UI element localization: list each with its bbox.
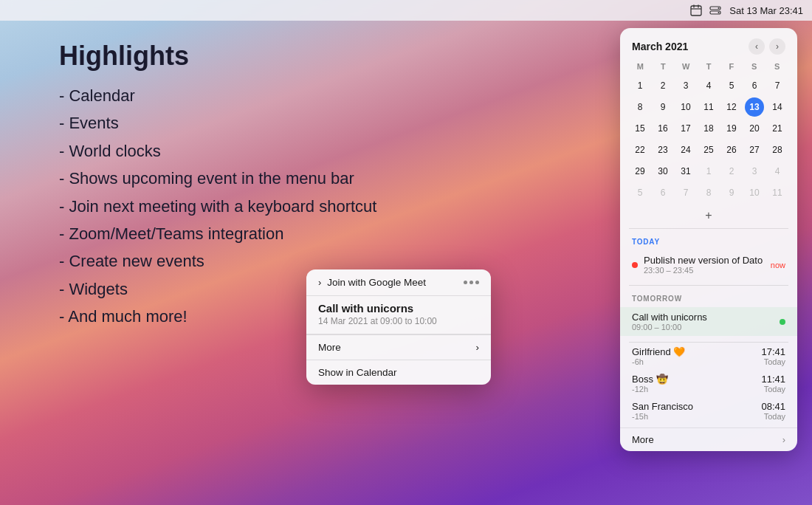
cal-day[interactable]: 28	[768, 140, 787, 159]
cal-day[interactable]: 17	[676, 119, 695, 138]
event-dot	[632, 262, 638, 268]
meet-dot	[469, 281, 473, 284]
cal-day[interactable]: 14	[768, 97, 787, 117]
context-event-info: Call with unicorns 14 Mar 2021 at 09:00 …	[306, 296, 491, 334]
today-label: TODAY	[620, 235, 797, 250]
meet-dots	[464, 281, 479, 284]
context-more-label: More	[318, 342, 341, 353]
cal-day[interactable]: 16	[653, 119, 672, 138]
svg-point-7	[718, 12, 720, 13]
clock-name: Girlfriend 🧡 -6h	[632, 346, 685, 366]
clock-time-right: 11:41 Today	[761, 374, 785, 394]
storage-icon[interactable]	[709, 4, 722, 17]
cal-day[interactable]: 19	[722, 119, 741, 138]
cal-day[interactable]: 5	[722, 76, 741, 95]
cal-day[interactable]: 11	[699, 97, 718, 117]
clock-item-sanfrancisco: San Francisco -15h 08:41 Today	[620, 397, 797, 425]
cal-day[interactable]: 3	[676, 76, 695, 95]
calendar-header: March 2021 ‹ ›	[620, 28, 797, 61]
add-event-button[interactable]: +	[620, 206, 797, 228]
cal-day[interactable]: 12	[722, 97, 741, 117]
cal-day-other[interactable]: 4	[768, 162, 787, 181]
cal-day[interactable]: 8	[630, 97, 650, 117]
clock-name: San Francisco -15h	[632, 401, 693, 421]
cal-day[interactable]: 15	[630, 119, 650, 138]
join-meet-button[interactable]: › Join with Google Meet	[306, 269, 491, 296]
more-button[interactable]: More ›	[620, 427, 797, 451]
show-cal-label: Show in Calendar	[318, 367, 397, 378]
cal-day-today[interactable]: 13	[745, 97, 764, 117]
clock-item-boss: Boss 🤠 -12h 11:41 Today	[620, 370, 797, 397]
tomorrow-label: TOMORROW	[620, 292, 797, 307]
meet-dot	[464, 281, 467, 284]
cal-day[interactable]: 18	[699, 119, 718, 138]
more-label: More	[632, 434, 654, 445]
menubar-time: Sat 13 Mar 23:41	[729, 5, 803, 16]
context-event-title: Call with unicorns	[318, 302, 479, 315]
join-meet-label: Join with Google Meet	[327, 277, 426, 288]
cal-day-other[interactable]: 11	[768, 183, 787, 202]
cal-day[interactable]: 1	[630, 76, 650, 95]
cal-day[interactable]: 2	[653, 76, 672, 95]
cal-day[interactable]: 4	[699, 76, 718, 95]
cal-day[interactable]: 9	[653, 97, 672, 117]
event-now-badge: now	[771, 261, 785, 269]
calendar-next-button[interactable]: ›	[769, 38, 785, 55]
clock-time-right: 08:41 Today	[761, 401, 785, 421]
highlights-title: Highlights	[59, 41, 376, 72]
highlight-item: - Events	[59, 109, 376, 137]
context-menu: › Join with Google Meet Call with unicor…	[306, 269, 491, 385]
calendar-prev-button[interactable]: ‹	[749, 38, 765, 55]
tomorrow-section: TOMORROW Call with unicorns 09:00 – 10:0…	[620, 286, 797, 342]
cal-day[interactable]: 27	[745, 140, 764, 159]
clock-name: Boss 🤠 -12h	[632, 374, 668, 394]
highlight-item: - World clocks	[59, 137, 376, 165]
context-more-chevron-icon: ›	[476, 342, 480, 353]
highlight-item: - Zoom/Meet/Teams integration	[59, 220, 376, 247]
calendar-grid: M T W T F S S 1 2 3 4 5 6 7 8 9 10 11 12…	[620, 61, 797, 206]
tomorrow-event-title: Call with unicorns	[632, 312, 780, 323]
menubar-icons	[689, 4, 722, 17]
highlight-item: - Join next meeting with a keyboard shor…	[59, 193, 376, 220]
cal-day[interactable]: 10	[676, 97, 695, 117]
calendar-widget: March 2021 ‹ › M T W T F S S 1 2 3 4 5 6…	[620, 28, 797, 451]
calendar-nav: ‹ ›	[749, 38, 785, 55]
cal-day-other[interactable]: 8	[699, 183, 718, 202]
menubar: Sat 13 Mar 23:41	[0, 0, 812, 21]
cal-day-other[interactable]: 10	[745, 183, 764, 202]
cal-day-other[interactable]: 6	[653, 183, 672, 202]
cal-day[interactable]: 22	[630, 140, 650, 159]
cal-day-other[interactable]: 3	[745, 162, 764, 181]
today-section: TODAY Publish new version of Dato 23:30 …	[620, 229, 797, 285]
svg-point-6	[718, 7, 720, 9]
today-event-item[interactable]: Publish new version of Dato 23:30 – 23:4…	[620, 250, 797, 279]
cal-day-other[interactable]: 2	[722, 162, 741, 181]
show-in-calendar-button[interactable]: Show in Calendar	[306, 360, 491, 385]
event-green-dot	[780, 319, 785, 325]
cal-day[interactable]: 23	[653, 140, 672, 159]
cal-day-other[interactable]: 1	[699, 162, 718, 181]
cal-day[interactable]: 6	[745, 76, 764, 95]
tomorrow-event-info: Call with unicorns 09:00 – 10:00	[632, 312, 780, 331]
highlight-item: - Shows upcoming event in the menu bar	[59, 165, 376, 192]
cal-day[interactable]: 29	[630, 162, 650, 181]
cal-day[interactable]: 30	[653, 162, 672, 181]
cal-day-other[interactable]: 9	[722, 183, 741, 202]
cal-day[interactable]: 7	[768, 76, 787, 95]
context-more-button[interactable]: More ›	[306, 334, 491, 360]
cal-day[interactable]: 25	[699, 140, 718, 159]
today-event-title: Publish new version of Dato	[644, 255, 765, 266]
calendar-icon[interactable]	[689, 4, 703, 17]
calendar-day-names: M T W T F S S	[629, 61, 788, 72]
cal-day-other[interactable]: 5	[630, 183, 650, 202]
cal-day[interactable]: 26	[722, 140, 741, 159]
cal-day[interactable]: 24	[676, 140, 695, 159]
cal-day-other[interactable]: 7	[676, 183, 695, 202]
cal-day[interactable]: 20	[745, 119, 764, 138]
cal-day[interactable]: 21	[768, 119, 787, 138]
clock-time-right: 17:41 Today	[761, 346, 785, 366]
cal-day[interactable]: 31	[676, 162, 695, 181]
calendar-month-label: March 2021	[632, 41, 688, 52]
tomorrow-event-item[interactable]: Call with unicorns 09:00 – 10:00	[620, 307, 797, 336]
meet-bullet: ›	[318, 277, 321, 288]
